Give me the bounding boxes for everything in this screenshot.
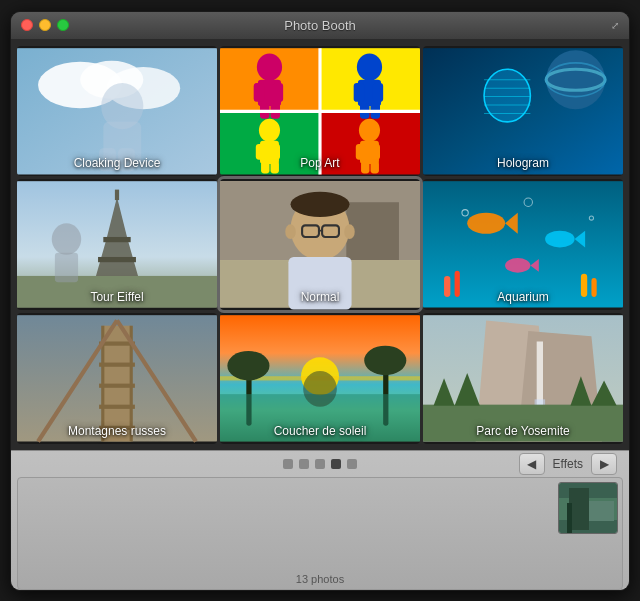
dot-5[interactable] <box>347 459 357 469</box>
effect-normal[interactable]: Normal <box>220 179 420 310</box>
effect-tour-eiffel[interactable]: Tour Eiffel <box>17 179 217 310</box>
nav-buttons: ◀ Effets ▶ <box>519 453 617 475</box>
svg-point-101 <box>303 371 337 407</box>
effect-label-cloaking: Cloaking Device <box>17 156 217 170</box>
svg-point-69 <box>467 213 505 234</box>
svg-rect-88 <box>99 383 135 387</box>
svg-rect-20 <box>354 82 365 101</box>
svg-rect-53 <box>115 190 119 201</box>
svg-point-67 <box>344 224 355 239</box>
minimize-button[interactable] <box>39 19 51 31</box>
dot-1[interactable] <box>283 459 293 469</box>
effect-pop-art[interactable]: Pop Art <box>220 46 420 177</box>
dot-4[interactable] <box>331 459 341 469</box>
effect-montagnes-russes[interactable]: Montagnes russes <box>17 313 217 444</box>
window-title: Photo Booth <box>284 18 356 33</box>
effect-coucher-soleil[interactable]: Coucher de soleil <box>220 313 420 444</box>
svg-point-54 <box>52 223 81 255</box>
svg-rect-89 <box>99 404 135 408</box>
effect-parc-yosemite[interactable]: Parc de Yosemite <box>423 313 623 444</box>
effect-cloaking-device[interactable]: Cloaking Device <box>17 46 217 177</box>
effects-grid: Cloaking Device <box>11 40 629 450</box>
svg-point-73 <box>505 258 530 273</box>
main-window: Photo Booth ⤢ <box>10 11 630 591</box>
effect-aquarium[interactable]: Aquarium <box>423 179 623 310</box>
svg-point-30 <box>359 118 380 141</box>
svg-point-71 <box>545 231 574 248</box>
effect-label-montagnes: Montagnes russes <box>17 424 217 438</box>
bottom-panel: ◀ Effets ▶ 13 photos <box>11 450 629 590</box>
effect-label-popart: Pop Art <box>220 156 420 170</box>
svg-point-24 <box>259 118 280 141</box>
photo-count: 13 photos <box>18 573 622 585</box>
content-area: Cloaking Device <box>11 40 629 590</box>
effects-label: Effets <box>549 457 587 471</box>
page-dots <box>283 459 357 469</box>
controls-bar: ◀ Effets ▶ <box>11 451 629 477</box>
effect-hologram[interactable]: Hologram <box>423 46 623 177</box>
svg-point-99 <box>364 346 406 375</box>
effect-label-coucher: Coucher de soleil <box>220 424 420 438</box>
effect-label-yosemite: Parc de Yosemite <box>423 424 623 438</box>
svg-rect-87 <box>99 362 135 366</box>
filmstrip: 13 photos <box>17 477 623 590</box>
svg-rect-115 <box>567 503 572 533</box>
svg-point-12 <box>257 53 282 80</box>
svg-rect-116 <box>589 501 614 521</box>
svg-point-18 <box>357 53 382 80</box>
svg-point-97 <box>227 351 269 380</box>
svg-rect-15 <box>273 82 284 101</box>
effect-label-normal: Normal <box>220 290 420 304</box>
resize-icon[interactable]: ⤢ <box>611 20 619 31</box>
filmstrip-thumb[interactable] <box>558 482 618 534</box>
prev-button[interactable]: ◀ <box>519 453 545 475</box>
svg-point-66 <box>285 224 296 239</box>
svg-rect-52 <box>98 257 136 262</box>
svg-point-65 <box>291 192 350 217</box>
svg-rect-51 <box>103 237 130 242</box>
next-button[interactable]: ▶ <box>591 453 617 475</box>
maximize-button[interactable] <box>57 19 69 31</box>
effect-label-hologram: Hologram <box>423 156 623 170</box>
dot-2[interactable] <box>299 459 309 469</box>
title-bar: Photo Booth ⤢ <box>11 12 629 40</box>
svg-rect-14 <box>254 82 265 101</box>
svg-rect-55 <box>55 253 78 282</box>
traffic-lights <box>21 19 69 31</box>
effect-label-aquarium: Aquarium <box>423 290 623 304</box>
dot-3[interactable] <box>315 459 325 469</box>
effect-label-toureiffel: Tour Eiffel <box>17 290 217 304</box>
close-button[interactable] <box>21 19 33 31</box>
svg-rect-21 <box>373 82 384 101</box>
svg-point-39 <box>546 50 605 109</box>
